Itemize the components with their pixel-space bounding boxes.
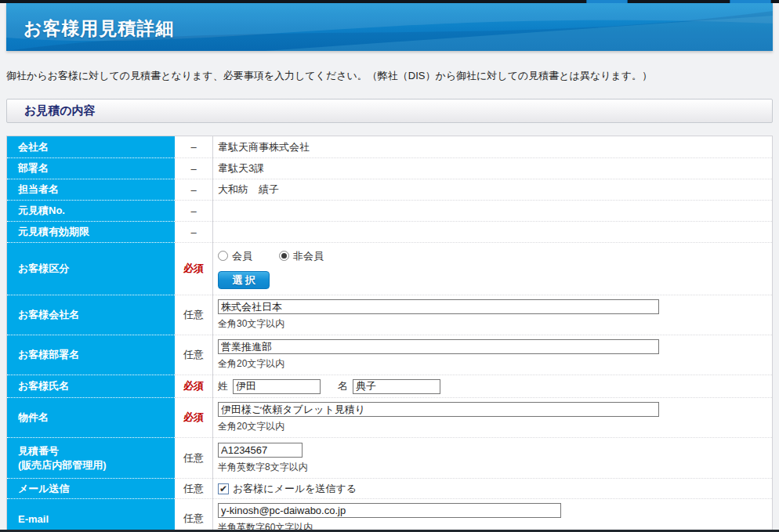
quote-number-input[interactable]: [218, 443, 303, 458]
section-header: お見積の内容: [6, 99, 773, 123]
row-requirement-optional: 任意: [175, 498, 212, 532]
table-row-person: 担当者名 – 大和紡 績子: [7, 179, 772, 200]
first-name-input[interactable]: [353, 379, 440, 394]
send-mail-checkbox[interactable]: [218, 483, 229, 494]
row-requirement-required: 必須: [175, 242, 212, 295]
member-radio[interactable]: [218, 251, 228, 261]
table-row-property-name: 物件名 必須 全角20文字以内: [7, 397, 772, 437]
original-quote-no-value: [212, 200, 772, 221]
email-input[interactable]: [218, 503, 561, 518]
customer-department-hint: 全角20文字以内: [218, 357, 284, 371]
intro-text: 御社からお客様に対しての見積書となります、必要事項を入力してください。（弊社（D…: [6, 69, 773, 83]
select-button[interactable]: 選 択: [218, 271, 270, 289]
row-requirement-optional: 任意: [175, 335, 212, 375]
customer-name-value: 姓 名: [212, 375, 772, 397]
table-row-mail-send: メール送信 任意 お客様にメールを送信する: [7, 478, 772, 498]
last-name-input[interactable]: [233, 379, 321, 394]
row-requirement-optional: 任意: [175, 437, 212, 478]
mail-send-value: お客様にメールを送信する: [212, 478, 772, 498]
page-banner: お客様用見積詳細: [6, 3, 773, 51]
row-label: E-mail: [7, 498, 175, 532]
table-row-department: 部署名 – 韋駄天3課: [7, 157, 772, 179]
row-label: 物件名: [7, 397, 175, 437]
email-value: 半角英数字60文字以内: [212, 498, 772, 532]
row-label: お客様会社名: [7, 295, 175, 335]
customer-type-value: 会員 非会員 選 択: [212, 242, 772, 295]
row-label: お客様部署名: [7, 335, 175, 375]
row-label: 担当者名: [7, 179, 175, 200]
table-row-quote-number: 見積番号 (販売店内部管理用) 任意 半角英数字8文字以内: [7, 437, 772, 478]
last-name-label: 姓: [218, 379, 228, 393]
row-label: 部署名: [7, 157, 175, 179]
row-requirement-required: 必須: [175, 375, 212, 397]
first-name-label: 名: [338, 379, 348, 393]
table-row-customer-name: お客様氏名 必須 姓 名: [7, 375, 772, 397]
row-label: お客様区分: [7, 242, 175, 295]
customer-department-input[interactable]: [218, 339, 659, 354]
row-label: 元見積有効期限: [7, 221, 175, 242]
row-requirement-dash: –: [175, 221, 212, 242]
row-requirement-required: 必須: [175, 397, 212, 437]
table-row-original-quote-expiry: 元見積有効期限 –: [7, 221, 772, 242]
customer-company-hint: 全角30文字以内: [218, 317, 284, 331]
property-name-hint: 全角20文字以内: [218, 420, 284, 433]
property-name-input[interactable]: [218, 402, 659, 417]
table-row-company: 会社名 – 韋駄天商事株式会社: [7, 136, 772, 157]
row-requirement-dash: –: [175, 136, 212, 157]
company-name-value: 韋駄天商事株式会社: [212, 136, 772, 157]
quote-number-hint: 半角英数字8文字以内: [218, 461, 308, 474]
table-row-customer-department: お客様部署名 任意 全角20文字以内: [7, 335, 772, 375]
page-title: お客様用見積詳細: [6, 3, 773, 41]
table-row-original-quote-no: 元見積No. –: [7, 200, 772, 221]
row-requirement-dash: –: [175, 200, 212, 221]
row-label: メール送信: [7, 478, 175, 498]
member-radio-group[interactable]: 会員: [218, 249, 252, 263]
row-requirement-optional: 任意: [175, 478, 212, 498]
row-label: 元見積No.: [7, 200, 175, 221]
property-name-value: 全角20文字以内: [212, 397, 772, 437]
row-label-line2: (販売店内部管理用): [18, 458, 172, 472]
member-radio-label: 会員: [232, 249, 252, 263]
non-member-radio-label: 非会員: [293, 249, 324, 263]
row-requirement-optional: 任意: [175, 295, 212, 335]
customer-department-value: 全角20文字以内: [212, 335, 772, 375]
quote-form-table: 会社名 – 韋駄天商事株式会社 部署名 – 韋駄天3課 担当者名 – 大和紡 績…: [6, 136, 773, 532]
table-row-customer-company: お客様会社名 任意 全角30文字以内: [7, 295, 772, 335]
send-mail-checkbox-label: お客様にメールを送信する: [233, 482, 357, 496]
department-name-value: 韋駄天3課: [212, 157, 772, 179]
row-requirement-dash: –: [175, 157, 212, 179]
top-clipped-button-2[interactable]: [730, 0, 771, 3]
row-requirement-dash: –: [175, 179, 212, 200]
row-label: 会社名: [7, 136, 175, 157]
row-label: 見積番号 (販売店内部管理用): [7, 437, 175, 478]
row-label: お客様氏名: [7, 375, 175, 397]
quote-number-value: 半角英数字8文字以内: [212, 437, 772, 478]
customer-company-value: 全角30文字以内: [212, 295, 772, 335]
person-name-value: 大和紡 績子: [212, 179, 772, 200]
table-row-email: E-mail 任意 半角英数字60文字以内: [7, 498, 772, 532]
section-title: お見積の内容: [7, 103, 96, 118]
non-member-radio[interactable]: [279, 251, 289, 261]
top-clipped-button-1[interactable]: [586, 0, 628, 3]
customer-company-input[interactable]: [218, 299, 659, 314]
non-member-radio-group[interactable]: 非会員: [279, 249, 324, 263]
top-window-bar: [0, 0, 779, 3]
table-row-customer-type: お客様区分 必須 会員 非会員 選 択: [7, 242, 772, 295]
original-quote-expiry-value: [212, 221, 772, 242]
